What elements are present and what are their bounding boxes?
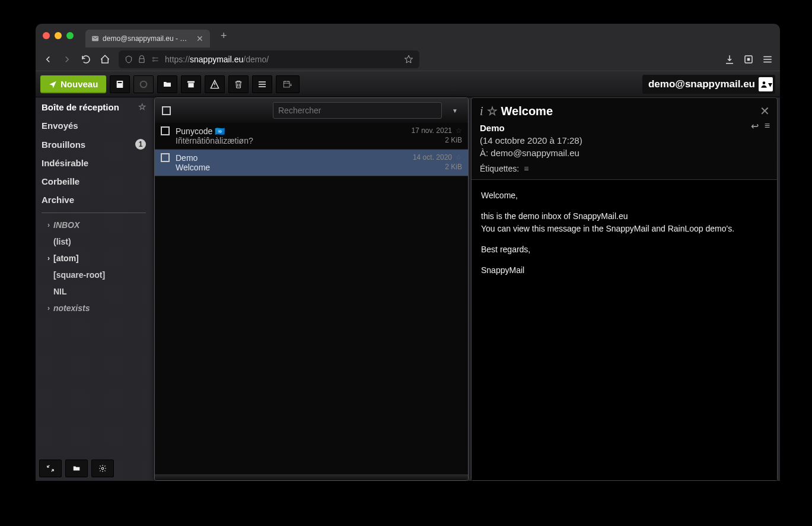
- folder-drafts[interactable]: Brouillons 1: [36, 135, 152, 154]
- svg-point-6: [141, 81, 147, 87]
- account-menu[interactable]: demo@snappymail.eu ▾: [642, 75, 775, 94]
- sidebar-bottom: [36, 456, 152, 481]
- folder-archive[interactable]: Archive: [36, 191, 152, 209]
- main-layout: Boîte de réception ☆ Envoyés Brouillons …: [36, 97, 780, 481]
- downloads-icon[interactable]: [724, 54, 735, 65]
- compose-label: Nouveau: [60, 79, 98, 89]
- body-text: Best regards,: [481, 243, 768, 256]
- window-maximize-icon[interactable]: [66, 32, 74, 39]
- tab-close-icon[interactable]: ✕: [195, 34, 204, 43]
- unread-badge: 1: [135, 139, 146, 150]
- window-minimize-icon[interactable]: [55, 32, 62, 39]
- star-icon[interactable]: ☆: [456, 153, 462, 161]
- folder-button[interactable]: [157, 75, 177, 93]
- extensions-icon[interactable]: [743, 54, 754, 65]
- reader-to-label: À:: [480, 148, 488, 158]
- folder-label: Envoyés: [42, 121, 78, 131]
- reader-date: (14 octobre 2020 à 17:28): [480, 135, 582, 145]
- more-button[interactable]: [252, 75, 272, 93]
- folders-button[interactable]: [65, 460, 88, 477]
- subfolder-inbox[interactable]: › INBOX: [36, 217, 152, 233]
- url-field[interactable]: https://snappymail.eu/demo/: [119, 50, 419, 68]
- message-subject: Iñtërnâtiônàlizætiøn?: [176, 136, 405, 145]
- reader-body: Welcome, this is the demo inbox of Snapp…: [472, 180, 777, 480]
- message-row[interactable]: Punycode 🇺🇳 Iñtërnâtiônàlizætiøn? 17 nov…: [155, 123, 468, 150]
- select-all-checkbox[interactable]: [162, 106, 171, 115]
- app: Nouveau demo@snappymail.eu ▾ Boîte de ré…: [36, 71, 780, 481]
- folder-label: Indésirable: [42, 158, 88, 168]
- traffic-lights: [43, 32, 74, 39]
- spam-button[interactable]: [205, 75, 225, 93]
- reload-button[interactable]: [81, 54, 91, 65]
- calendar-button[interactable]: [276, 75, 300, 93]
- message-date: 14 oct. 2020: [413, 153, 452, 161]
- message-row[interactable]: Demo Welcome 14 oct. 2020☆ 2 KiB: [155, 150, 468, 176]
- compose-button[interactable]: Nouveau: [40, 75, 106, 93]
- chevron-right-icon: ›: [47, 254, 50, 262]
- account-email: demo@snappymail.eu: [648, 78, 755, 90]
- new-tab-button[interactable]: +: [216, 27, 232, 45]
- tab-title: demo@snappymail.eu - Boîte m...: [103, 34, 192, 43]
- subfolder-list[interactable]: (list): [36, 233, 152, 250]
- svg-rect-4: [117, 81, 123, 88]
- tags-menu-icon[interactable]: ≡: [524, 164, 528, 173]
- delete-button[interactable]: [228, 75, 249, 93]
- folder-label: Corbeille: [42, 176, 79, 186]
- menu-icon[interactable]: ≡: [765, 121, 770, 132]
- back-button[interactable]: [43, 54, 53, 65]
- titlebar: demo@snappymail.eu - Boîte m... ✕ +: [36, 24, 780, 47]
- forward-button[interactable]: [62, 54, 72, 65]
- reader-info: Demo (14 octobre 2020 à 17:28) À: demo@s…: [480, 122, 769, 159]
- settings-button[interactable]: [91, 460, 114, 477]
- body-text: SnappyMail: [481, 264, 768, 277]
- folder-spam[interactable]: Indésirable: [36, 154, 152, 172]
- subfolder-label: [square-root]: [53, 270, 105, 280]
- subfolder-atom[interactable]: › [atom]: [36, 250, 152, 267]
- message-from: Punycode 🇺🇳: [176, 126, 405, 136]
- menu-icon[interactable]: [762, 54, 773, 65]
- bookmark-star-icon[interactable]: [404, 55, 413, 64]
- search-advanced-toggle[interactable]: ▼: [449, 102, 461, 119]
- window-close-icon[interactable]: [43, 32, 50, 39]
- reply-icon[interactable]: ↩: [751, 121, 759, 132]
- archive-button[interactable]: [181, 75, 201, 93]
- message-checkbox[interactable]: [161, 126, 170, 135]
- message-subject: Welcome: [176, 163, 407, 172]
- star-icon[interactable]: ☆: [138, 102, 146, 112]
- svg-rect-8: [189, 83, 194, 87]
- collapse-button[interactable]: [39, 460, 62, 477]
- folder-trash[interactable]: Corbeille: [36, 172, 152, 191]
- subfolder-squareroot[interactable]: [square-root]: [36, 267, 152, 283]
- star-icon[interactable]: ☆: [487, 104, 498, 118]
- message-from: Demo: [176, 153, 407, 163]
- subfolder-nil[interactable]: NIL: [36, 283, 152, 300]
- info-icon[interactable]: i: [480, 104, 483, 118]
- mail-icon: [91, 34, 99, 43]
- body-text: Welcome,: [481, 189, 768, 202]
- svg-rect-9: [284, 81, 290, 87]
- message-size: 2 KiB: [445, 136, 462, 144]
- search-input[interactable]: [273, 102, 442, 119]
- close-icon[interactable]: ✕: [760, 104, 770, 118]
- star-icon[interactable]: ☆: [456, 126, 462, 135]
- home-button[interactable]: [100, 54, 110, 65]
- reader-to: demo@snappymail.eu: [491, 148, 579, 158]
- folder-label: Boîte de réception: [42, 102, 119, 112]
- subfolder-label: (list): [53, 237, 71, 246]
- browser-tab[interactable]: demo@snappymail.eu - Boîte m... ✕: [85, 30, 210, 47]
- folder-label: Brouillons: [42, 140, 85, 150]
- contacts-button[interactable]: [110, 75, 130, 93]
- folder-sent[interactable]: Envoyés: [36, 116, 152, 135]
- reader-subject: Welcome: [501, 104, 553, 118]
- browser-window: demo@snappymail.eu - Boîte m... ✕ + http…: [36, 24, 780, 481]
- permissions-icon: [151, 55, 160, 64]
- reader-panel: i ☆ Welcome ✕ ↩ ≡ Demo (14 octobre 2020 …: [471, 97, 778, 481]
- subfolder-label: NIL: [53, 287, 67, 296]
- subfolder-label: notexists: [53, 303, 90, 313]
- folder-inbox[interactable]: Boîte de réception ☆: [36, 97, 152, 116]
- lock-icon: [138, 55, 146, 64]
- tags-label: Étiquettes:: [480, 164, 519, 173]
- message-checkbox[interactable]: [161, 153, 170, 162]
- subfolder-notexists[interactable]: › notexists: [36, 300, 152, 316]
- refresh-button[interactable]: [133, 75, 154, 93]
